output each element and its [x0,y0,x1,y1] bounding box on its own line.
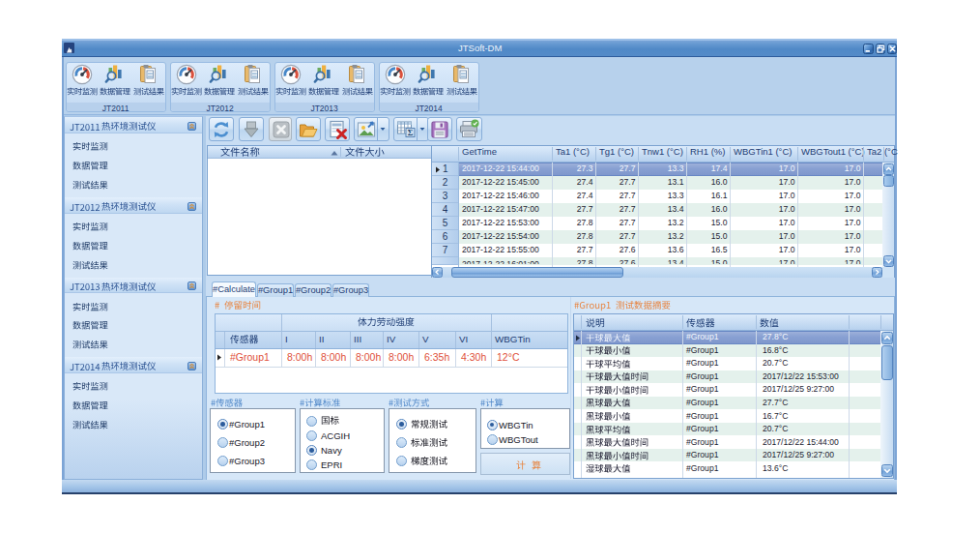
svg-text:Σ: Σ [408,128,414,137]
